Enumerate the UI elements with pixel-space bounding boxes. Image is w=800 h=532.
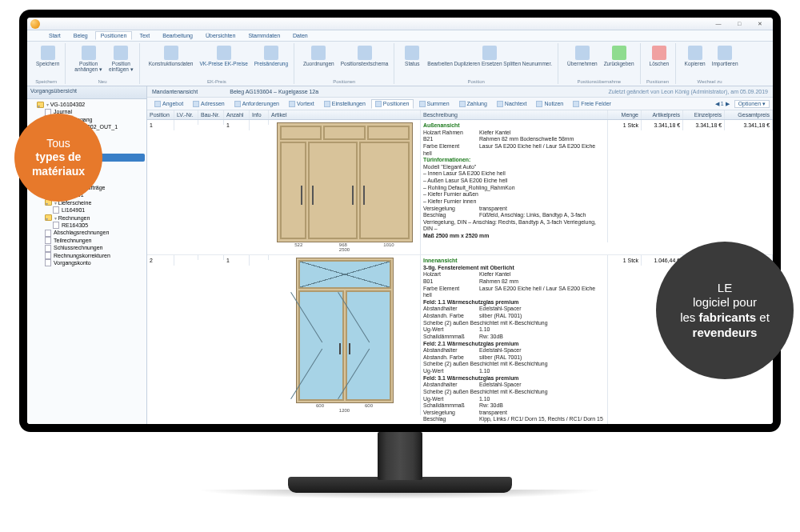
col-header[interactable]: Artikelpreis: [642, 110, 683, 119]
col-header[interactable]: LV.-Nr.: [174, 110, 198, 119]
window-maximize[interactable]: □: [730, 19, 749, 29]
ribbon: SpeichernSpeichernPositionanhängen ▾Posi…: [27, 42, 773, 86]
monitor-frame: — □ ✕ StartBelegPositionenTextBearbeitun…: [19, 10, 781, 432]
grid-header: PositionLV.-Nr.Bau-Nr.AnzahlInfoArtikelB…: [147, 110, 773, 120]
menu-strip: StartBelegPositionenTextBearbeitungÜbers…: [27, 30, 773, 42]
menu-start[interactable]: Start: [43, 31, 66, 40]
doc-tab-zahlung[interactable]: Zahlung: [455, 99, 491, 109]
crumb-mid: Beleg AG193604 – Kugelgasse 12a: [230, 89, 608, 94]
crumb-right: Zuletzt geändert von Leon König (Adminis…: [608, 89, 768, 94]
menu-bearbeitung[interactable]: Bearbeitung: [157, 31, 198, 40]
col-header[interactable]: Beschreibung: [421, 110, 608, 119]
window-titlebar: — □ ✕: [27, 18, 773, 30]
menu-übersichten[interactable]: Übersichten: [200, 31, 241, 40]
ribbon-btn[interactable]: Positioneinfügen ▾: [106, 44, 136, 74]
crumb-left: Mandantenansicht: [152, 89, 198, 94]
doc-tab-angebot[interactable]: Angebot: [150, 99, 187, 109]
screen: — □ ✕ StartBelegPositionenTextBearbeitun…: [27, 18, 773, 424]
app-icon: [30, 19, 40, 29]
ribbon-btn[interactable]: Kopieren: [682, 44, 708, 68]
item-drawing: 52296810102500: [269, 120, 421, 254]
breadcrumb: Mandantenansicht Beleg AG193604 – Kugelg…: [147, 86, 773, 98]
callout-materials: Tous types de matériaux: [14, 114, 102, 202]
ribbon-btn[interactable]: Importieren: [710, 44, 741, 68]
window-close[interactable]: ✕: [750, 19, 770, 29]
tree-item[interactable]: Rechnungen: [45, 214, 145, 222]
tree-item[interactable]: RE164305: [53, 222, 145, 229]
col-header[interactable]: Menge: [608, 110, 642, 119]
doc-tab-summen[interactable]: Summen: [415, 99, 454, 109]
item-description: AußenansichtHolzart RahmenKiefer KantelB…: [421, 120, 608, 242]
doc-tab-freie felder[interactable]: Freie Felder: [569, 99, 615, 109]
doc-tab-notizen[interactable]: Notizen: [532, 99, 567, 109]
tree-root[interactable]: VG-16104302: [37, 101, 145, 108]
menu-positionen[interactable]: Positionen: [95, 31, 133, 40]
doc-tab-einstellungen[interactable]: Einstellungen: [320, 99, 370, 109]
grid-row[interactable]: 1152296810102500AußenansichtHolzart Rahm…: [147, 120, 773, 255]
sidebar-title: Vorgangsübersicht: [27, 86, 146, 99]
callout-software: LE logiciel pour les fabricants et reven…: [656, 242, 794, 379]
workarea: Vorgangsübersicht VG-16104302JournalBele…: [27, 86, 773, 424]
col-header[interactable]: Bau-Nr.: [198, 110, 224, 119]
main-panel: Mandantenansicht Beleg AG193604 – Kugelg…: [147, 86, 773, 424]
tree-item[interactable]: Teilrechnungen: [45, 237, 145, 244]
tree-item[interactable]: LI164901: [53, 206, 145, 214]
tree-item[interactable]: Schlussrechnungen: [45, 244, 145, 251]
menu-text[interactable]: Text: [134, 31, 155, 40]
doc-tab-anforderungen[interactable]: Anforderungen: [230, 99, 283, 109]
ribbon-btn[interactable]: Speichern: [34, 44, 62, 68]
tree-item[interactable]: Abschlagsrechnungen: [45, 229, 145, 236]
doc-tab-adressen[interactable]: Adressen: [189, 99, 229, 109]
ribbon-btn[interactable]: Status: [401, 44, 423, 68]
col-header[interactable]: Info: [250, 110, 269, 119]
col-header[interactable]: Einzelpreis: [683, 110, 725, 119]
doc-tabs: AngebotAdressenAnforderungenVortextEinst…: [147, 98, 773, 110]
item-drawing: 6006001200: [269, 255, 421, 415]
col-header[interactable]: Position: [147, 110, 174, 119]
doc-tab-positionen[interactable]: Positionen: [371, 99, 414, 109]
ribbon-btn[interactable]: Zuordnungen: [301, 44, 337, 68]
col-header[interactable]: Gesamtpreis: [725, 110, 773, 119]
col-header[interactable]: Anzahl: [224, 110, 250, 119]
col-header[interactable]: Artikel: [269, 110, 421, 119]
ribbon-btn[interactable]: Konstruktionsdaten: [146, 44, 196, 68]
ribbon-btn[interactable]: Löschen: [647, 44, 672, 68]
ribbon-btn[interactable]: Bearbeiten Duplizieren Ersetzen Splitten…: [425, 44, 554, 68]
ribbon-btn[interactable]: Zurückgeben: [602, 44, 637, 68]
tree-item[interactable]: Vorgangskonto: [45, 259, 145, 266]
ribbon-btn[interactable]: VK-Preise EK-Preise: [197, 44, 250, 68]
window-minimize[interactable]: —: [709, 19, 728, 29]
item-description: Innenansicht3-tlg. Fensterelement mit Ob…: [421, 255, 608, 424]
ribbon-btn[interactable]: Positionanhängen ▾: [72, 44, 105, 74]
tree-item[interactable]: Rechnungskorrekturen: [45, 252, 145, 259]
ribbon-btn[interactable]: Übernehmen: [565, 44, 600, 68]
ribbon-btn[interactable]: Positionstextschema: [338, 44, 391, 68]
menu-stammdaten[interactable]: Stammdaten: [242, 31, 286, 40]
options-dropdown[interactable]: Optionen ▾: [734, 100, 770, 108]
menu-daten[interactable]: Daten: [287, 31, 314, 40]
doc-tab-vortext[interactable]: Vortext: [285, 99, 318, 109]
menu-beleg[interactable]: Beleg: [68, 31, 94, 40]
ribbon-btn[interactable]: Preisänderung: [252, 44, 290, 68]
doc-tab-nachtext[interactable]: Nachtext: [493, 99, 531, 109]
